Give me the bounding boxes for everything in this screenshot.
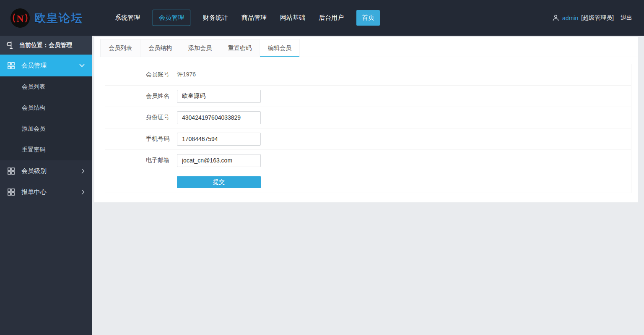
name-label: 会员姓名 — [105, 92, 169, 100]
sidebar-item-member-management[interactable]: 会员管理 — [0, 55, 92, 76]
brand-logo-icon: N — [10, 8, 30, 28]
id-number-field[interactable] — [177, 111, 261, 124]
top-header: N 欧皇论坛 系统管理 会员管理 财务统计 商品管理 网站基础 后台用户 首页 … — [0, 0, 644, 36]
chevron-right-icon — [81, 168, 85, 174]
user-icon — [552, 14, 559, 21]
sidebar-item-member-structure[interactable]: 会员结构 — [0, 97, 92, 118]
tab-strip: 会员列表 会员结构 添加会员 重置密码 编辑会员 — [94, 37, 638, 57]
phone-field[interactable] — [177, 133, 261, 146]
id-number-label: 身份证号 — [105, 114, 169, 121]
form-row-id-number: 身份证号 — [105, 107, 631, 128]
brand-title: 欧皇论坛 — [34, 10, 83, 26]
username[interactable]: admin — [562, 15, 578, 21]
form-row-name: 会员姓名 — [105, 86, 631, 107]
top-nav: 系统管理 会员管理 财务统计 商品管理 网站基础 后台用户 首页 — [114, 10, 380, 26]
grid-icon — [8, 188, 15, 196]
user-role: [超级管理员] — [581, 14, 614, 22]
sidebar-item-member-level[interactable]: 会员级别 — [0, 160, 92, 181]
main-content: 会员列表 会员结构 添加会员 重置密码 编辑会员 会员账号 许1976 会员姓名… — [92, 36, 644, 202]
breadcrumb-label: 当前位置：会员管理 — [19, 42, 72, 49]
account-value: 许1976 — [177, 71, 196, 79]
sidebar-item-add-member[interactable]: 添加会员 — [0, 118, 92, 139]
nav-item-backend-users[interactable]: 后台用户 — [318, 10, 345, 26]
member-edit-panel: 会员列表 会员结构 添加会员 重置密码 编辑会员 会员账号 许1976 会员姓名… — [94, 37, 638, 202]
nav-item-system[interactable]: 系统管理 — [114, 10, 141, 26]
form-row-phone: 手机号码 — [105, 128, 631, 150]
form-row-submit: 提交 — [105, 171, 631, 193]
nav-item-members[interactable]: 会员管理 — [153, 10, 190, 26]
phone-label: 手机号码 — [105, 135, 169, 143]
email-field[interactable] — [177, 154, 261, 167]
tab-member-structure[interactable]: 会员结构 — [140, 39, 180, 57]
sidebar: 当前位置：会员管理 会员管理 会员列表 会员结构 添加会员 重置密码 会员级别 — [0, 36, 92, 335]
submit-button[interactable]: 提交 — [177, 176, 261, 188]
chevron-right-icon — [81, 189, 85, 195]
tab-member-list[interactable]: 会员列表 — [100, 39, 140, 57]
name-field[interactable] — [177, 90, 261, 103]
sidebar-item-order-center[interactable]: 报单中心 — [0, 181, 92, 202]
sidebar-item-reset-password[interactable]: 重置密码 — [0, 139, 92, 160]
sidebar-item-label: 报单中心 — [21, 188, 47, 196]
tab-add-member[interactable]: 添加会员 — [180, 39, 220, 57]
tab-reset-password[interactable]: 重置密码 — [220, 39, 260, 57]
brand-logo: N 欧皇论坛 — [10, 8, 83, 28]
sidebar-item-label: 会员级别 — [21, 167, 47, 175]
grid-icon — [8, 168, 15, 175]
sidebar-item-member-list[interactable]: 会员列表 — [0, 76, 92, 97]
logout-link[interactable]: 退出 — [621, 14, 632, 22]
account-label: 会员账号 — [105, 71, 169, 79]
chevron-down-icon — [79, 64, 85, 67]
form-row-email: 电子邮箱 — [105, 150, 631, 171]
signpost-icon — [6, 41, 14, 50]
nav-item-home[interactable]: 首页 — [356, 10, 380, 26]
nav-item-finance[interactable]: 财务统计 — [202, 10, 229, 26]
member-submenu: 会员列表 会员结构 添加会员 重置密码 — [0, 76, 92, 160]
sidebar-item-label: 会员管理 — [21, 62, 47, 70]
grid-icon — [8, 62, 15, 69]
user-area: admin [超级管理员] 退出 — [552, 14, 632, 22]
breadcrumb: 当前位置：会员管理 — [0, 36, 92, 55]
nav-item-products[interactable]: 商品管理 — [241, 10, 267, 26]
email-label: 电子邮箱 — [105, 157, 169, 164]
svg-text:N: N — [16, 13, 24, 24]
nav-item-website[interactable]: 网站基础 — [279, 10, 306, 26]
member-edit-form: 会员账号 许1976 会员姓名 身份证号 手机号码 电子邮箱 提交 — [105, 64, 631, 193]
form-row-account: 会员账号 许1976 — [105, 64, 631, 86]
tab-edit-member[interactable]: 编辑会员 — [260, 39, 300, 57]
